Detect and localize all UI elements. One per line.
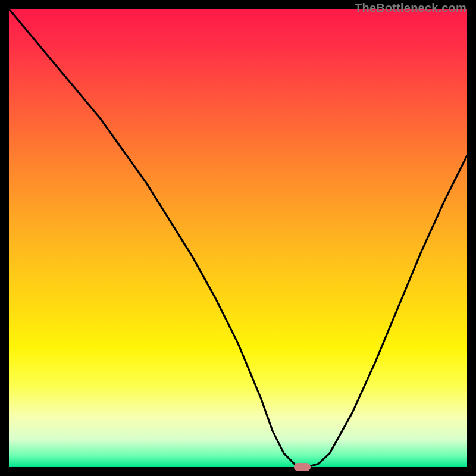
watermark-text: TheBottleneck.com xyxy=(355,1,466,15)
plot-area xyxy=(9,9,467,467)
bottleneck-curve xyxy=(9,9,467,467)
chart-frame: TheBottleneck.com xyxy=(0,0,476,476)
optimal-point-marker xyxy=(294,463,311,471)
